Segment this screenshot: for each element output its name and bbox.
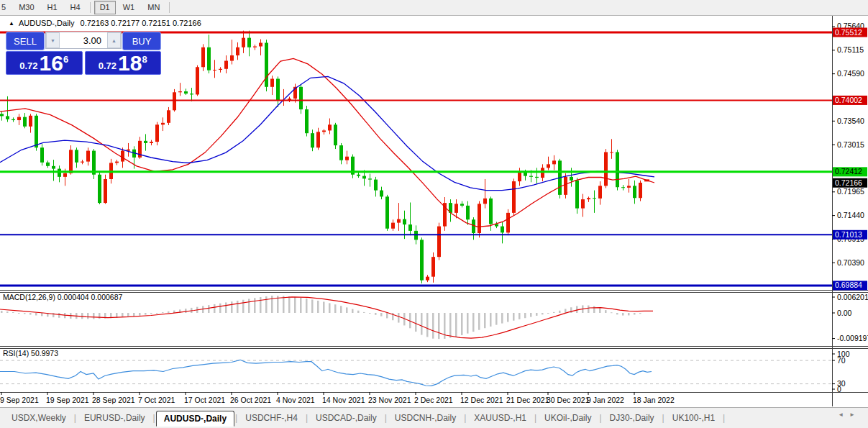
- buy-price-prefix: 0.72: [99, 60, 117, 71]
- tab-separator: |: [599, 413, 601, 423]
- svg-text:12 Dec 2021: 12 Dec 2021: [460, 396, 503, 404]
- tab-scroll-left-icon[interactable]: ◄: [838, 411, 849, 418]
- svg-text:9 Sep 2021: 9 Sep 2021: [0, 396, 39, 404]
- svg-text:RSI(14) 50.9973: RSI(14) 50.9973: [3, 349, 58, 358]
- svg-text:0.75512: 0.75512: [835, 28, 862, 37]
- svg-text:14 Nov 2021: 14 Nov 2021: [322, 396, 365, 404]
- tab-separator: |: [235, 413, 237, 423]
- timeframe-button-w1[interactable]: W1: [117, 1, 141, 14]
- svg-text:0.72412: 0.72412: [835, 167, 862, 176]
- mt4-trading-platform: { "toolbar": { "timeframes": ["5", "M30"…: [0, 0, 868, 428]
- price-badge-0.75512: 0.75512: [833, 28, 867, 37]
- tab-xauusd-h1[interactable]: XAUUSD-,H1: [467, 411, 534, 425]
- svg-text:21 Dec 2021: 21 Dec 2021: [506, 396, 549, 404]
- svg-text:4 Nov 2021: 4 Nov 2021: [276, 396, 315, 404]
- buy-button[interactable]: BUY: [122, 32, 161, 50]
- tab-usdchf-h4[interactable]: USDCHF-,H4: [238, 411, 305, 425]
- svg-text:0.71013: 0.71013: [835, 230, 862, 239]
- toolbar-separator: [90, 2, 91, 13]
- volume-input[interactable]: 3.00: [60, 32, 107, 48]
- price-badge-0.71013: 0.71013: [833, 230, 867, 240]
- timeframe-button-d1[interactable]: D1: [94, 1, 116, 14]
- tab-separator: |: [153, 413, 155, 423]
- svg-text:0.75115: 0.75115: [837, 45, 864, 54]
- chart-symbol-label: AUDUSD-,Daily: [19, 19, 75, 27]
- svg-text:18 Jan 2022: 18 Jan 2022: [633, 396, 675, 404]
- svg-text:23 Nov 2021: 23 Nov 2021: [368, 396, 411, 404]
- chart-ohlc-values: 0.72163 0.72177 0.72151 0.72166: [81, 19, 201, 27]
- svg-text:9 Jan 2022: 9 Jan 2022: [587, 396, 624, 404]
- svg-text:0: 0: [837, 385, 841, 393]
- svg-text:0.74002: 0.74002: [835, 96, 862, 104]
- tab-separator: |: [464, 413, 466, 423]
- timeframe-button-m30[interactable]: M30: [13, 1, 40, 14]
- svg-text:-0.009197: -0.009197: [837, 334, 868, 342]
- svg-text:0.73015: 0.73015: [837, 140, 864, 149]
- sell-price-display[interactable]: 0.72 16 6: [6, 51, 83, 75]
- sell-button[interactable]: SELL: [6, 32, 45, 50]
- one-click-trade-panel: SELL ▼ 3.00 ▲ BUY 0.72 16 6 0.72 18 8: [6, 32, 161, 75]
- tab-usdcnh-daily[interactable]: USDCNH-,Daily: [388, 411, 463, 425]
- timeframe-button-h1[interactable]: H1: [42, 1, 63, 14]
- price-badge-0.72166: 0.72166: [833, 178, 867, 188]
- svg-text:19 Sep 2021: 19 Sep 2021: [46, 396, 89, 404]
- sell-price-big: 16: [40, 53, 63, 73]
- tab-separator: |: [385, 413, 387, 423]
- svg-text:7 Oct 2021: 7 Oct 2021: [138, 396, 175, 404]
- svg-text:2 Dec 2021: 2 Dec 2021: [414, 396, 453, 404]
- buy-price-pipette: 8: [142, 54, 147, 65]
- tab-separator: |: [534, 413, 536, 423]
- buy-price-big: 18: [118, 53, 142, 73]
- price-badge-0.72412: 0.72412: [833, 167, 867, 176]
- tab-scroll-right-icon[interactable]: ►: [849, 411, 861, 418]
- timeframe-button-5[interactable]: 5: [0, 1, 12, 14]
- volume-decrease-button[interactable]: ▼: [46, 32, 60, 48]
- svg-text:MACD(12,26,9) 0.000404 0.00068: MACD(12,26,9) 0.000404 0.000687: [3, 293, 123, 301]
- svg-text:0.00: 0.00: [837, 309, 852, 317]
- volume-spinner: ▼ 3.00 ▲: [45, 32, 122, 49]
- svg-text:0.73540: 0.73540: [837, 117, 864, 125]
- svg-text:30 Dec 2021: 30 Dec 2021: [547, 396, 590, 404]
- svg-text:0.72166: 0.72166: [835, 178, 862, 187]
- buy-price-display[interactable]: 0.72 18 8: [85, 51, 162, 75]
- tab-scroll-arrows: ◄►: [838, 411, 861, 418]
- symbol-tab-bar: USDX,Weekly|EURUSD-,Daily|AUDUSD-,Daily|…: [0, 407, 868, 428]
- tab-eurusd-daily[interactable]: EURUSD-,Daily: [77, 411, 152, 425]
- tab-ukoil-daily[interactable]: UKOil-,Daily: [537, 411, 598, 425]
- toolbar-separator: [169, 2, 170, 13]
- sell-price-pipette: 6: [63, 54, 68, 65]
- tab-separator: |: [74, 413, 76, 423]
- timeframe-button-mn[interactable]: MN: [142, 1, 165, 14]
- price-badge-0.69884: 0.69884: [833, 281, 867, 290]
- price-badge-0.74002: 0.74002: [833, 96, 867, 105]
- chart-title: ▲AUDUSD-,Daily0.72163 0.72177 0.72151 0.…: [9, 19, 201, 27]
- svg-text:70: 70: [837, 356, 846, 365]
- tab-separator: |: [662, 413, 664, 423]
- tab-audusd-daily[interactable]: AUDUSD-,Daily: [156, 411, 234, 427]
- volume-increase-button[interactable]: ▲: [107, 32, 121, 48]
- collapse-triangle-icon[interactable]: ▲: [9, 20, 14, 27]
- svg-text:0.71440: 0.71440: [837, 211, 864, 219]
- sell-price-prefix: 0.72: [19, 60, 37, 71]
- svg-text:0.71965: 0.71965: [837, 187, 864, 196]
- tab-uk100-h1[interactable]: UK100-,H1: [665, 411, 722, 425]
- svg-text:26 Oct 2021: 26 Oct 2021: [230, 396, 271, 404]
- tab-separator: |: [723, 413, 725, 423]
- svg-text:17 Oct 2021: 17 Oct 2021: [184, 396, 225, 404]
- chart-window: MACD(12,26,9) 0.000404 0.000687RSI(14) 5…: [0, 16, 868, 407]
- svg-text:0.69884: 0.69884: [835, 281, 862, 289]
- tab-usdcad-daily[interactable]: USDCAD-,Daily: [309, 411, 384, 425]
- tab-usdx-weekly[interactable]: USDX,Weekly: [4, 411, 73, 425]
- tab-dj30-daily[interactable]: DJ30-,Daily: [603, 411, 662, 425]
- tab-separator: |: [306, 413, 308, 423]
- svg-text:28 Sep 2021: 28 Sep 2021: [92, 396, 135, 404]
- svg-text:0.006201: 0.006201: [837, 293, 868, 301]
- timeframe-toolbar: 5M30H1H4D1W1MN: [0, 0, 868, 16]
- svg-text:0.74590: 0.74590: [837, 69, 864, 78]
- svg-text:0.70390: 0.70390: [837, 258, 864, 267]
- timeframe-button-h4[interactable]: H4: [65, 1, 86, 14]
